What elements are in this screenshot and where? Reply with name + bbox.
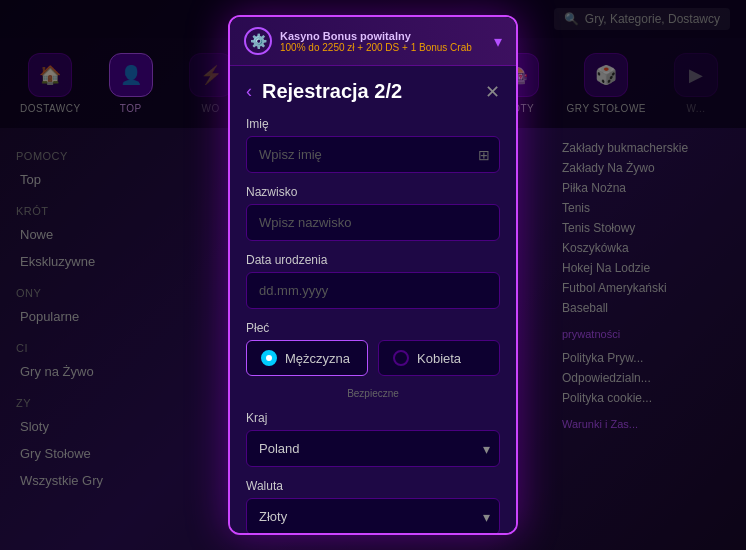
- gender-male-label: Mężczyzna: [285, 351, 350, 366]
- registration-modal: ⚙️ Kasyno Bonus powitalny 100% do 2250 z…: [228, 15, 518, 535]
- radio-female: [393, 350, 409, 366]
- form-group-nazwisko: Nazwisko: [246, 185, 500, 241]
- bonus-title: Kasyno Bonus powitalny: [280, 30, 486, 42]
- gender-female-option[interactable]: Kobieta: [378, 340, 500, 376]
- form-group-plec: Płeć Mężczyzna Kobieta: [246, 321, 500, 376]
- plec-label: Płeć: [246, 321, 500, 335]
- kraj-label: Kraj: [246, 411, 500, 425]
- gender-male-option[interactable]: Mężczyzna: [246, 340, 368, 376]
- form-group-kraj: Kraj Poland ▾: [246, 411, 500, 467]
- waluta-label: Waluta: [246, 479, 500, 493]
- gender-female-label: Kobieta: [417, 351, 461, 366]
- bonus-icon-symbol: ⚙️: [250, 33, 267, 49]
- back-button[interactable]: ‹: [246, 81, 252, 102]
- imie-icon: ⊞: [478, 147, 490, 163]
- radio-male: [261, 350, 277, 366]
- form-group-imie: Imię ⊞: [246, 117, 500, 173]
- nazwisko-input[interactable]: [246, 204, 500, 241]
- form-body: Imię ⊞ Nazwisko Data urodzenia Płeć: [230, 111, 516, 535]
- data-urodzenia-input[interactable]: [246, 272, 500, 309]
- kraj-select-wrapper: Poland ▾: [246, 430, 500, 467]
- bonus-banner[interactable]: ⚙️ Kasyno Bonus powitalny 100% do 2250 z…: [230, 17, 516, 66]
- waluta-select-wrapper: Złoty ▾: [246, 498, 500, 535]
- bonus-desc: 100% do 2250 zł + 200 DS + 1 Bonus Crab: [280, 42, 486, 53]
- imie-label: Imię: [246, 117, 500, 131]
- imie-input[interactable]: [246, 136, 500, 173]
- modal-title: Rejestracja 2/2: [262, 80, 475, 103]
- secure-label: Bezpieczne: [246, 388, 500, 399]
- kraj-select[interactable]: Poland: [246, 430, 500, 467]
- close-button[interactable]: ✕: [485, 81, 500, 103]
- modal-header: ‹ Rejestracja 2/2 ✕: [230, 66, 516, 111]
- form-group-data-urodzenia: Data urodzenia: [246, 253, 500, 309]
- bonus-text: Kasyno Bonus powitalny 100% do 2250 zł +…: [280, 30, 486, 53]
- modal-overlay: ⚙️ Kasyno Bonus powitalny 100% do 2250 z…: [0, 0, 746, 550]
- waluta-select[interactable]: Złoty: [246, 498, 500, 535]
- gender-row: Mężczyzna Kobieta: [246, 340, 500, 376]
- form-group-waluta: Waluta Złoty ▾: [246, 479, 500, 535]
- bonus-icon: ⚙️: [244, 27, 272, 55]
- imie-input-wrapper: ⊞: [246, 136, 500, 173]
- data-urodzenia-label: Data urodzenia: [246, 253, 500, 267]
- bonus-chevron-icon: ▾: [494, 32, 502, 51]
- nazwisko-label: Nazwisko: [246, 185, 500, 199]
